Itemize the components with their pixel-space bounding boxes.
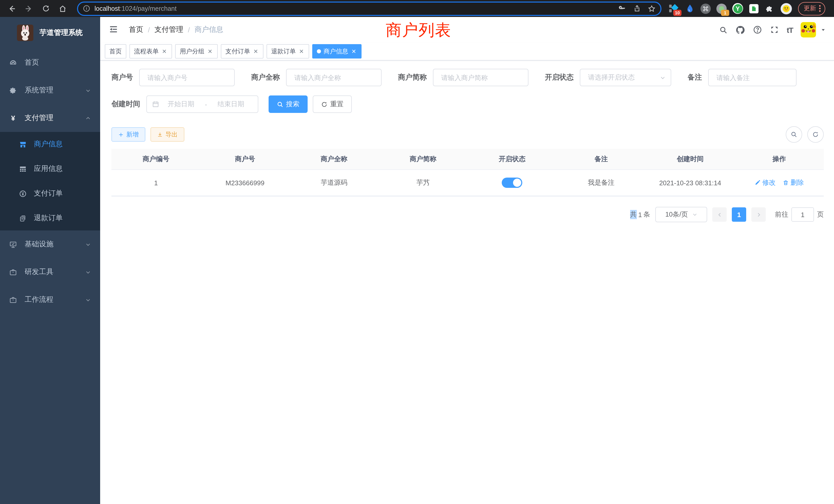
status-select[interactable]: 请选择开启状态 [580, 69, 671, 86]
short-name-input[interactable] [433, 69, 528, 86]
font-size-icon[interactable]: tT [787, 25, 793, 34]
search-icon[interactable] [719, 25, 728, 34]
browser-update-button[interactable]: 更新 [798, 2, 825, 15]
yen-circle-icon [19, 190, 27, 197]
extension-pin-icon[interactable] [684, 3, 695, 14]
extension-badge: 10 [673, 9, 681, 16]
sidebar-item-app-info[interactable]: 应用信息 [0, 157, 100, 181]
share-icon[interactable] [633, 5, 641, 12]
date-range-picker[interactable]: 开始日期 - 结束日期 [146, 95, 258, 113]
tab-user-group[interactable]: 用户分组✕ [175, 44, 218, 59]
sidebar-item-label: 基础设施 [25, 240, 53, 249]
full-name-input[interactable] [286, 69, 381, 86]
tab-process-form[interactable]: 流程表单✕ [129, 44, 172, 59]
next-page-button[interactable] [751, 207, 766, 222]
sidebar-item-label: 商户信息 [34, 140, 63, 149]
help-icon[interactable] [753, 25, 762, 35]
sidebar-item-devtools[interactable]: 研发工具 [0, 258, 100, 286]
sidebar-item-label: 应用信息 [34, 164, 63, 174]
extension-command-icon[interactable] [701, 3, 711, 14]
sidebar-item-label: 支付订单 [34, 189, 63, 198]
sidebar-item-label: 支付管理 [25, 113, 53, 123]
table-row: 1 M233666999 芋道源码 芋艿 我是备注 2021-10-23 08:… [111, 170, 824, 196]
edit-link[interactable]: 修改 [755, 178, 776, 187]
sidebar-item-infra[interactable]: 基础设施 [0, 230, 100, 258]
page-suffix-label: 页 [817, 210, 824, 219]
sidebar-item-workflow[interactable]: 工作流程 [0, 286, 100, 314]
extension-diamond-icon[interactable]: 10 [668, 3, 679, 14]
browser-home-icon[interactable] [56, 2, 69, 15]
pagination: 共 1 条 10条/页 1 [111, 207, 824, 222]
sidebar-logo[interactable]: 芋道管理系统 [0, 17, 100, 49]
tab-pay-order[interactable]: 支付订单✕ [221, 44, 263, 59]
extensions-puzzle-icon[interactable] [765, 3, 775, 14]
filter-row-1: 商户号 商户全称 商户简称 开启状态 请选择开启状态 [111, 69, 824, 86]
fullscreen-icon[interactable] [770, 25, 779, 35]
app-title: 芋道管理系统 [40, 28, 83, 38]
sidebar-fold-icon[interactable] [108, 24, 120, 36]
tab-refund-order[interactable]: 退款订单✕ [266, 44, 309, 59]
cell-merchant-no: M233666999 [200, 179, 290, 187]
close-icon[interactable]: ✕ [351, 48, 357, 54]
extension-doc-icon[interactable] [749, 3, 759, 14]
tab-home[interactable]: 首页 [105, 44, 126, 59]
chevron-up-icon [85, 115, 91, 121]
browser-back-icon[interactable] [5, 2, 19, 15]
breadcrumb-pay[interactable]: 支付管理 [155, 25, 183, 35]
close-icon[interactable]: ✕ [253, 48, 259, 54]
tab-merchant-info[interactable]: 商户信息✕ [312, 44, 361, 59]
export-button[interactable]: 导出 [151, 127, 184, 142]
sidebar-item-system[interactable]: 系统管理 [0, 76, 100, 104]
sidebar-item-label: 工作流程 [25, 295, 53, 304]
sidebar-item-merchant-info[interactable]: 商户信息 [0, 132, 100, 157]
sidebar-item-pay[interactable]: ¥ 支付管理 [0, 104, 100, 132]
close-icon[interactable]: ✕ [299, 48, 305, 54]
remark-input[interactable] [708, 69, 796, 86]
add-button[interactable]: 新增 [111, 127, 145, 142]
close-icon[interactable]: ✕ [207, 48, 213, 54]
reset-button[interactable]: 重置 [313, 95, 352, 113]
browser-menu-icon[interactable] [819, 5, 821, 12]
merchant-no-label: 商户号 [111, 73, 133, 82]
goto-page-input[interactable] [791, 207, 814, 222]
extension-y-icon[interactable]: Y [732, 3, 743, 14]
search-button[interactable]: 搜索 [269, 95, 308, 113]
remark-label: 备注 [688, 73, 702, 82]
browser-reload-icon[interactable] [39, 2, 52, 15]
cell-full-name: 芋道源码 [290, 178, 379, 187]
avatar-caret-icon[interactable] [821, 27, 826, 32]
site-info-icon[interactable] [83, 5, 90, 12]
sidebar-item-refund-order[interactable]: 退款订单 [0, 206, 100, 230]
extension-status-icon[interactable]: 1 [717, 3, 727, 14]
status-toggle[interactable] [502, 178, 522, 188]
page-content: 商户号 商户全称 商户简称 开启状态 请选择开启状态 [100, 61, 834, 504]
github-icon[interactable] [736, 25, 745, 35]
sidebar-menu: 首页 系统管理 ¥ 支付管理 [0, 49, 100, 314]
prev-page-button[interactable] [712, 207, 727, 222]
browser-profile-avatar[interactable] [781, 3, 792, 14]
breadcrumb-home[interactable]: 首页 [129, 25, 143, 35]
browser-forward-icon[interactable] [22, 2, 36, 15]
sidebar-item-pay-order[interactable]: 支付订单 [0, 181, 100, 206]
breadcrumb: 首页 / 支付管理 / 商户信息 [129, 25, 223, 35]
cell-create-time: 2021-10-23 08:31:14 [646, 179, 735, 187]
delete-link[interactable]: 删除 [783, 178, 804, 187]
bookmark-star-icon[interactable] [648, 4, 656, 13]
page-size-select[interactable]: 10条/页 [655, 207, 707, 222]
navbar-actions: tT [719, 22, 826, 38]
password-key-icon[interactable] [618, 4, 627, 13]
red-annotation-title: 商户列表 [386, 20, 452, 41]
filter-row-2: 创建时间 开始日期 - 结束日期 搜索 [111, 95, 824, 113]
show-search-icon[interactable] [786, 126, 802, 143]
close-icon[interactable]: ✕ [161, 48, 168, 54]
pay-submenu: 商户信息 应用信息 支付订单 [0, 132, 100, 230]
tabs-bar: 首页 流程表单✕ 用户分组✕ 支付订单✕ 退款订单✕ 商户信息✕ [100, 43, 834, 61]
user-avatar[interactable] [800, 22, 816, 38]
refresh-icon[interactable] [807, 126, 824, 143]
calendar-icon [152, 100, 159, 108]
merchant-no-input[interactable] [139, 69, 235, 86]
sidebar-item-home[interactable]: 首页 [0, 49, 100, 76]
address-bar[interactable]: localhost:1024/pay/merchant [77, 1, 661, 16]
page-number-button[interactable]: 1 [732, 207, 746, 222]
chevron-down-icon [660, 75, 665, 80]
